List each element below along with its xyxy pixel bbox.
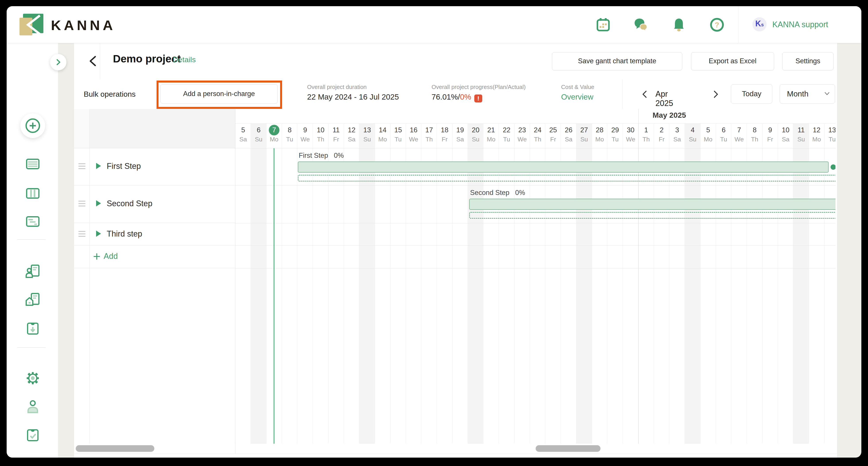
day-cell: 8Tu bbox=[282, 124, 298, 148]
day-cell: 5Sa bbox=[236, 124, 251, 148]
gantt-toolbar: Bulk operations Add a person-in-charge O… bbox=[74, 79, 837, 109]
svg-text:?: ? bbox=[715, 21, 719, 29]
prev-month-icon[interactable] bbox=[640, 90, 649, 99]
save-gantt-template-button[interactable]: Save gantt chart template bbox=[552, 52, 682, 70]
next-month-icon[interactable] bbox=[711, 90, 720, 99]
bulk-operations-button[interactable]: Bulk operations bbox=[84, 90, 135, 98]
progress-value: 76.01%/0%! bbox=[432, 93, 482, 102]
gantt-bar-planned[interactable] bbox=[469, 212, 835, 219]
chat-icon[interactable] bbox=[634, 18, 648, 32]
day-cell: 27Su bbox=[577, 124, 592, 148]
task-panel-scrollbar[interactable] bbox=[76, 445, 154, 452]
kanna-logo-icon[interactable] bbox=[20, 14, 44, 35]
list-view-icon[interactable] bbox=[25, 157, 40, 171]
task-name[interactable]: First Step bbox=[107, 162, 141, 171]
drag-handle-icon[interactable] bbox=[79, 201, 86, 207]
gantt-bar-actual[interactable] bbox=[469, 199, 835, 210]
calendar-icon[interactable] bbox=[596, 18, 610, 32]
day-cell: 22Tu bbox=[499, 124, 515, 148]
day-cell: 15Tu bbox=[391, 124, 406, 148]
day-cell: 25Fr bbox=[546, 124, 561, 148]
user-name[interactable]: KANNA support bbox=[772, 6, 828, 43]
zoom-select[interactable]: Month bbox=[780, 84, 835, 104]
task-row: Second Step bbox=[74, 186, 236, 223]
add-task-row[interactable]: Add bbox=[74, 245, 236, 268]
day-cell: 9Fr bbox=[763, 124, 778, 148]
screenshot-stage: KANNA ? bbox=[0, 0, 868, 466]
bell-icon[interactable] bbox=[672, 18, 686, 32]
settings-gear-icon[interactable] bbox=[25, 371, 40, 386]
cost-value-label: Cost & Value bbox=[561, 84, 594, 91]
app-window: KANNA ? bbox=[7, 6, 861, 458]
expand-triangle-icon[interactable] bbox=[96, 200, 101, 206]
bar-label: First Step0% bbox=[299, 152, 344, 160]
clipboard-check-icon[interactable] bbox=[25, 428, 40, 442]
day-cell: 17Th bbox=[422, 124, 437, 148]
board-columns-icon[interactable] bbox=[25, 186, 40, 201]
chevron-down-icon bbox=[824, 91, 830, 96]
expand-triangle-icon[interactable] bbox=[96, 231, 101, 237]
progress-plan: 76.01% bbox=[432, 93, 458, 101]
day-cell: 19Sa bbox=[453, 124, 468, 148]
highlight-annotation bbox=[157, 80, 282, 109]
bar-end-handle[interactable] bbox=[831, 164, 835, 170]
gantt-timeline-panel: May 2025 5Sa6Su7Mo8Tu9We10Th11Fr12Sa13Su… bbox=[236, 109, 835, 444]
day-cell: 13Su bbox=[360, 124, 375, 148]
day-cell: 24Th bbox=[530, 124, 546, 148]
row-border bbox=[236, 268, 835, 268]
progress-actual: 0% bbox=[460, 93, 471, 101]
month-header-label: May 2025 bbox=[653, 111, 686, 120]
task-row: First Step bbox=[74, 148, 236, 186]
settings-button[interactable]: Settings bbox=[782, 52, 833, 70]
today-button[interactable]: Today bbox=[731, 84, 772, 104]
clipboard-import-icon[interactable] bbox=[25, 321, 40, 336]
day-cell: 23We bbox=[515, 124, 530, 148]
expand-triangle-icon[interactable] bbox=[96, 163, 101, 169]
header-divider bbox=[100, 43, 100, 79]
task-name[interactable]: Second Step bbox=[107, 199, 152, 208]
export-excel-button[interactable]: Export as Excel bbox=[691, 52, 774, 70]
day-cell: 10Sa bbox=[778, 124, 794, 148]
timeline-scrollbar[interactable] bbox=[536, 445, 600, 452]
day-cell: 28Mo bbox=[592, 124, 608, 148]
bar-label: Second Step0% bbox=[470, 189, 525, 197]
avatar[interactable]: Ks bbox=[752, 17, 767, 31]
day-cell: 6Su bbox=[251, 124, 267, 148]
today-line bbox=[274, 148, 274, 444]
task-row: Third step bbox=[74, 223, 236, 245]
task-list-panel: First Step Second Step Third step Add bbox=[74, 109, 236, 444]
add-circle-icon[interactable] bbox=[20, 113, 45, 138]
day-cell: 30We bbox=[623, 124, 639, 148]
gantt-bar-actual[interactable] bbox=[298, 162, 829, 173]
home-document-icon[interactable] bbox=[25, 292, 40, 307]
day-cell: 1Th bbox=[639, 124, 654, 148]
task-list-header bbox=[74, 109, 236, 148]
day-cell: 5Mo bbox=[701, 124, 716, 148]
day-cell: 7We bbox=[732, 124, 747, 148]
day-cell: 6Tu bbox=[716, 124, 732, 148]
sidebar-expand-button[interactable] bbox=[50, 54, 66, 70]
day-cell: 18Fr bbox=[437, 124, 453, 148]
person-document-icon[interactable] bbox=[25, 264, 40, 279]
brand-wordmark: KANNA bbox=[51, 17, 116, 33]
zoom-select-value: Month bbox=[787, 85, 808, 103]
main-content: Demo project Details Save gantt chart te… bbox=[74, 43, 837, 458]
overview-link[interactable]: Overview bbox=[561, 93, 593, 101]
day-cell: 9We bbox=[298, 124, 313, 148]
drag-handle-icon[interactable] bbox=[79, 163, 86, 169]
gantt-chart-icon[interactable] bbox=[25, 214, 40, 229]
left-sidebar bbox=[7, 43, 58, 458]
day-cell: 20Su bbox=[468, 124, 484, 148]
scrollbar-strip bbox=[74, 444, 837, 454]
chevron-left-icon[interactable] bbox=[87, 55, 99, 68]
drag-handle-icon[interactable] bbox=[79, 231, 86, 237]
help-icon[interactable]: ? bbox=[710, 18, 724, 32]
day-cell: 12Sa bbox=[344, 124, 360, 148]
task-name[interactable]: Third step bbox=[107, 229, 142, 238]
details-link[interactable]: Details bbox=[173, 55, 196, 64]
plus-icon bbox=[93, 252, 100, 261]
profile-person-icon[interactable] bbox=[25, 399, 40, 414]
day-cell: 2Fr bbox=[654, 124, 670, 148]
duration-label: Overall project duration bbox=[307, 84, 367, 91]
gantt-bar-planned[interactable] bbox=[298, 175, 835, 181]
